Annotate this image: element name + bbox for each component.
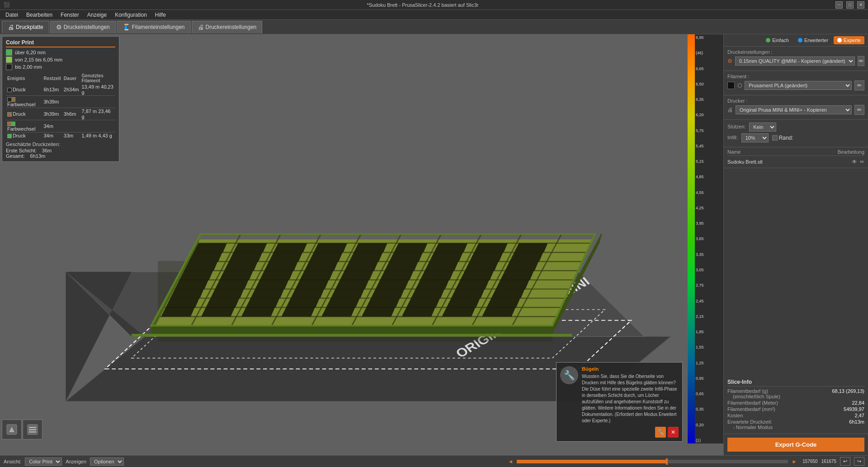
- slice-info-title: Slice-Info: [727, 379, 864, 387]
- svg-marker-78: [224, 262, 258, 271]
- maximize-button[interactable]: □: [846, 1, 854, 9]
- file-row: Sudoku Brett.stl 👁 ✏: [727, 158, 864, 166]
- svg-marker-39: [442, 307, 475, 316]
- erste-schicht-label: Erste Schicht:: [6, 148, 37, 153]
- right-panel: Einfach Erweiterter Experte Druckeinstel…: [723, 34, 868, 455]
- minimize-button[interactable]: ─: [835, 1, 843, 9]
- titlebar: ⬛ *Sudoku Brett - PrusaSlicer-2.4.2 basi…: [0, 0, 868, 10]
- svg-marker-97: [274, 243, 307, 252]
- horizontal-slider[interactable]: [517, 460, 788, 463]
- slider-fill: [517, 460, 666, 463]
- viewport[interactable]: ORIGINAL PRUSA MINI: [0, 34, 723, 455]
- slider-arrow-right[interactable]: ►: [792, 458, 797, 465]
- svg-marker-102: [474, 243, 508, 252]
- legend-green-label: über 6,20 mm: [15, 50, 46, 55]
- view-layers-button[interactable]: [23, 420, 42, 439]
- menu-konfiguration[interactable]: Konfiguration: [111, 11, 151, 19]
- tab-druckplatte[interactable]: 🖨 Druckplatte: [2, 21, 49, 33]
- undo-button[interactable]: ↩: [840, 457, 850, 466]
- tab-druckeinstellungen[interactable]: ⚙ Druckeinstellungen: [50, 21, 116, 33]
- svg-marker-90: [349, 252, 382, 261]
- legend-green: über 6,20 mm: [6, 49, 115, 56]
- druckplatte-icon: 🖨: [8, 24, 14, 31]
- legend-black: bis 2,00 mm: [6, 64, 115, 70]
- swatch-right-3: [11, 122, 15, 126]
- mode-buttons: Einfach Erweiterter Experte: [724, 34, 868, 47]
- filamenteinstellungen-icon: 🧵: [123, 24, 130, 31]
- svg-marker-82: [385, 262, 418, 271]
- menu-bearbeiten[interactable]: Bearbeiten: [23, 11, 56, 19]
- svg-marker-65: [415, 280, 449, 289]
- rand-checkbox[interactable]: [772, 135, 778, 141]
- druckeinstellungen-edit-btn[interactable]: ✏: [858, 56, 864, 66]
- svg-marker-70: [260, 271, 293, 280]
- swatch-left-3: [8, 122, 11, 126]
- si-filament-m-row: Filamentbedarf (Meter) 22,84: [727, 400, 864, 406]
- close-button[interactable]: ✕: [857, 1, 864, 9]
- filament-edit-btn[interactable]: ✏: [854, 80, 864, 90]
- svg-marker-92: [429, 252, 463, 261]
- export-gcode-button[interactable]: Export G-Code: [727, 438, 864, 452]
- svg-marker-99: [354, 243, 387, 252]
- ansicht-label: Ansicht:: [4, 459, 21, 464]
- svg-marker-35: [282, 307, 315, 316]
- event-row-3: Farbwechsel 34m: [6, 120, 115, 132]
- filament-dropdown[interactable]: Prusament PLA (geändert): [745, 81, 852, 90]
- drucker-icon: 🖨: [727, 107, 733, 113]
- svg-marker-85: [505, 262, 538, 271]
- menu-anzeige[interactable]: Anzeige: [84, 11, 110, 19]
- col-filament: Genutztes Filament: [80, 73, 116, 84]
- svg-marker-55: [371, 289, 404, 298]
- tab-filamenteinstellungen[interactable]: 🧵 Filamenteinstellungen: [117, 21, 191, 33]
- drucker-edit-btn[interactable]: ✏: [854, 105, 864, 115]
- stutzen-label: Stützen:: [727, 124, 745, 129]
- tab-druckereinstellungen[interactable]: 🖨 Druckereinstellungen: [192, 21, 263, 33]
- stutzen-dropdown[interactable]: Kein: [749, 123, 776, 132]
- si-druckzeit-val: 6h13m: [849, 419, 864, 430]
- experte-label: Experte: [844, 38, 861, 43]
- svg-marker-71: [300, 271, 333, 280]
- svg-marker-75: [460, 271, 494, 280]
- view-3d-button[interactable]: [2, 420, 22, 439]
- svg-marker-87: [229, 252, 262, 261]
- menu-hilfe[interactable]: Hilfe: [151, 11, 170, 19]
- hint-settings-button[interactable]: 🔧: [655, 427, 666, 438]
- settings-icon: ⚙: [727, 58, 732, 64]
- druckeinstellungen-dropdown[interactable]: 0.15mm QUALITY @MINI - Kopieren (geänder…: [735, 57, 855, 66]
- anzeigen-select[interactable]: Optionen: [90, 458, 124, 466]
- svg-marker-45: [326, 298, 359, 307]
- menu-datei[interactable]: Datei: [2, 11, 22, 19]
- event-row-0: Druck 6h13m 2h34m 13,49 m 40,23 g: [6, 84, 115, 96]
- scale-color-bar: [688, 34, 695, 443]
- slider-handle[interactable]: [666, 458, 668, 465]
- drucker-dropdown[interactable]: Original Prusa MINI & MINI+ - Kopieren: [736, 105, 852, 114]
- slider-arrow-left[interactable]: ◄: [508, 458, 513, 465]
- col-dauer: Dauer: [62, 73, 80, 84]
- ansicht-select[interactable]: Color Print: [25, 458, 62, 466]
- svg-marker-44: [286, 298, 320, 307]
- hint-buttons: 🔧 ✕: [582, 427, 679, 438]
- eye-icon[interactable]: 👁: [852, 159, 857, 165]
- svg-marker-52: [250, 289, 284, 298]
- svg-marker-61: [255, 280, 288, 289]
- mode-experte-button[interactable]: Experte: [834, 36, 864, 44]
- titlebar-controls: ─ □ ✕: [835, 1, 864, 9]
- menu-fenster[interactable]: Fenster: [57, 11, 83, 19]
- svg-marker-56: [411, 289, 444, 298]
- redo-button[interactable]: ↪: [854, 457, 864, 466]
- scale-numbers: 6,95 (46) 6,65 6,50 6,35 6,20 5,75 5,45 …: [695, 34, 723, 443]
- event-swatch-4: [7, 134, 12, 138]
- hint-close-button[interactable]: ✕: [668, 427, 679, 438]
- edit-icon[interactable]: ✏: [860, 159, 864, 165]
- svg-marker-54: [331, 289, 364, 298]
- svg-marker-76: [500, 271, 534, 280]
- event-swatch-split-1: [7, 97, 15, 102]
- infill-dropdown[interactable]: 10%: [741, 133, 769, 142]
- svg-rect-113: [29, 429, 36, 430]
- mode-erweitert-button[interactable]: Erweiterter: [794, 36, 832, 44]
- svg-marker-91: [389, 252, 423, 261]
- legend-black-label: bis 2,00 mm: [15, 64, 42, 70]
- stutzen-infill-section: Stützen: Kein Infill: 10% Rand:: [724, 120, 868, 147]
- mode-einfach-button[interactable]: Einfach: [762, 36, 793, 44]
- svg-marker-93: [470, 252, 503, 261]
